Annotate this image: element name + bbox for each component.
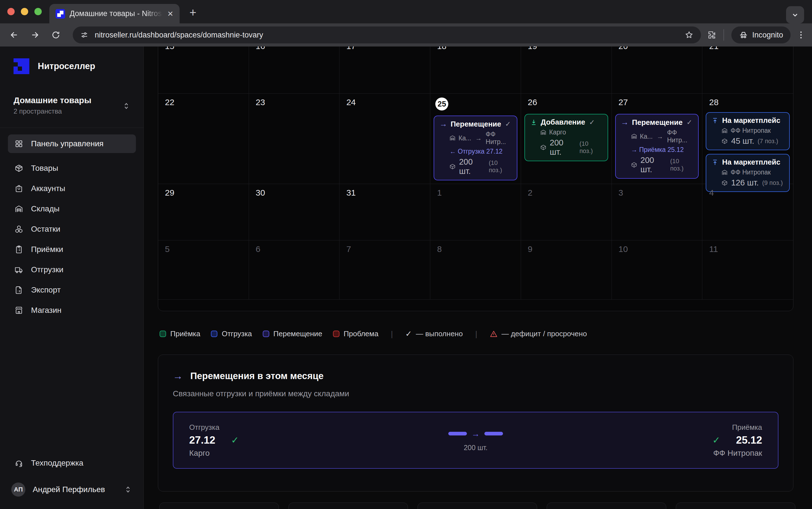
main-content: 15 16 17 18 19 20 21 22 23 24 25 →Переме…: [144, 0, 812, 509]
extensions-puzzle-icon[interactable]: [707, 30, 716, 39]
event-title: Добавление: [541, 118, 585, 127]
arrow-right-icon: →: [173, 370, 183, 382]
sidebar-item-shop[interactable]: Магазин: [8, 300, 136, 320]
tab-title: Домашние товары - Nitrosel: [70, 9, 163, 18]
close-window-button[interactable]: [7, 8, 15, 15]
tab-search-button[interactable]: [786, 6, 804, 23]
minimize-window-button[interactable]: [21, 8, 28, 15]
browser-menu-kebab-icon[interactable]: [796, 30, 806, 40]
calendar-day-cell[interactable]: 28 На маркетплейс ФФ Нитропак: [702, 94, 793, 184]
sidebar-item-products[interactable]: Товары: [8, 158, 136, 178]
linked-receiving-link[interactable]: → Приёмка 25.12: [631, 146, 693, 154]
calendar-day-cell[interactable]: 6: [249, 240, 340, 300]
user-menu[interactable]: АП Андрей Перфильев: [8, 478, 136, 501]
tab-close-icon[interactable]: ✕: [167, 10, 173, 18]
check-icon: ✓: [589, 118, 595, 126]
sidebar-item-accounts[interactable]: Аккаунты: [8, 178, 136, 199]
transfer-flow: → 200 шт.: [448, 429, 503, 452]
new-tab-button[interactable]: +: [190, 7, 196, 19]
check-icon: ✓: [405, 329, 412, 338]
flow-dash: [484, 432, 503, 435]
cubes-icon: [15, 225, 23, 233]
calendar-day-cell[interactable]: 23: [249, 94, 340, 184]
legend-deficit: — дефицит / просрочено: [490, 330, 587, 338]
check-icon: ✓: [712, 435, 720, 446]
calendar-day-cell[interactable]: 26 Добавление✓ Карго: [521, 94, 612, 184]
stat-card: [288, 503, 408, 509]
calendar-day-cell[interactable]: 10: [612, 240, 703, 300]
browser-chrome: Домашние товары - Nitrosel ✕ +: [0, 0, 812, 46]
shipment-color-chip: [211, 331, 217, 337]
calendar-day-cell[interactable]: 3: [612, 184, 703, 240]
legend-shipment: Отгрузка: [211, 330, 252, 338]
calendar-day-cell[interactable]: 22: [158, 94, 249, 184]
transfers-panel: → Перемещения в этом месяце Связанные от…: [158, 354, 793, 491]
toolbar-divider: [723, 29, 724, 41]
calendar-day-cell[interactable]: 30: [249, 184, 340, 240]
chevrons-up-down-icon: [124, 485, 132, 494]
shopping-bag-icon: [15, 184, 23, 193]
transfer-link-card[interactable]: Отгрузка 27.12✓ Карго → 200 шт. Приёмка …: [173, 412, 778, 469]
avatar: АП: [11, 482, 25, 497]
site-settings-icon: [80, 31, 89, 39]
event-quantity: 200 шт. (10 поз.): [449, 157, 512, 176]
forward-button[interactable]: [27, 27, 43, 43]
calendar-day-cell[interactable]: 24: [339, 94, 430, 184]
warehouse-icon: [631, 133, 637, 139]
check-icon: ✓: [686, 118, 692, 126]
linked-shipment-link[interactable]: ← Отгрузка 27.12: [449, 148, 512, 155]
maximize-window-button[interactable]: [34, 8, 42, 15]
warehouse-icon: [540, 129, 546, 136]
calendar-day-cell[interactable]: 4: [702, 184, 793, 240]
transfers-title: Перемещения в этом месяце: [190, 371, 324, 381]
reload-button[interactable]: [48, 27, 64, 43]
sidebar-item-dashboard[interactable]: Панель управления: [8, 134, 136, 153]
incognito-badge: Incognito: [732, 27, 790, 43]
box-icon: [631, 162, 637, 168]
stat-card: [547, 503, 666, 509]
calendar-day-cell[interactable]: 1: [430, 184, 521, 240]
sidebar-item-receivings[interactable]: Приёмки: [8, 239, 136, 260]
box-icon: [449, 164, 456, 170]
calendar-day-cell[interactable]: 31: [339, 184, 430, 240]
space-selector[interactable]: Домашние товары 2 пространства: [8, 94, 136, 120]
calendar-day-cell[interactable]: 7: [339, 240, 430, 300]
legend-done: ✓— выполнено: [405, 329, 463, 338]
calendar-day-cell-today[interactable]: 25 →Перемещение✓ Ка... → ФФ Нитр... ← От…: [430, 94, 521, 184]
dashboard-grid-icon: [15, 139, 23, 148]
sidebar-item-support[interactable]: Техподдержка: [8, 453, 136, 473]
stat-card: [676, 503, 795, 509]
browser-tab[interactable]: Домашние товары - Nitrosel ✕: [50, 4, 180, 23]
event-receiving[interactable]: Добавление✓ Карго 200 шт. (10 поз.): [524, 114, 608, 161]
calendar-day-cell[interactable]: 11: [702, 240, 793, 300]
sidebar-item-shipments[interactable]: Отгрузки: [8, 260, 136, 280]
document-icon: [15, 286, 23, 294]
calendar-day-cell[interactable]: 27 →Перемещение✓ Ка... → ФФ Нитр... → Пр…: [612, 94, 703, 184]
warehouse-icon: [15, 205, 23, 213]
calendar-day-cell[interactable]: 5: [158, 240, 249, 300]
flow-dash: [448, 432, 467, 435]
event-transfer-in[interactable]: →Перемещение✓ Ка... → ФФ Нитр... → Приём…: [615, 114, 699, 179]
calendar-day-cell[interactable]: 2: [521, 184, 612, 240]
event-transfer-out[interactable]: →Перемещение✓ Ка... → ФФ Нитр... ← Отгру…: [434, 115, 517, 180]
event-shipment-marketplace[interactable]: На маркетплейс ФФ Нитропак 45 шт. (7 поз…: [706, 112, 790, 150]
window-controls[interactable]: [7, 8, 42, 15]
bookmark-star-icon[interactable]: [685, 30, 693, 39]
sidebar-item-export[interactable]: Экспорт: [8, 280, 136, 300]
event-quantity: 200 шт. (10 поз.): [631, 156, 693, 174]
calendar-day-cell[interactable]: 8: [430, 240, 521, 300]
tab-strip: Домашние товары - Nitrosel ✕ +: [0, 0, 812, 23]
calendar-day-cell[interactable]: 29: [158, 184, 249, 240]
back-button[interactable]: [6, 27, 22, 43]
sidebar-item-stock[interactable]: Остатки: [8, 219, 136, 239]
event-route: Ка... → ФФ Нитр...: [631, 129, 693, 144]
url-bar[interactable]: nitroseller.ru/dashboard/spaces/domashni…: [73, 27, 701, 43]
sidebar-item-warehouses[interactable]: Склады: [8, 199, 136, 219]
browser-toolbar: nitroseller.ru/dashboard/spaces/domashni…: [0, 23, 812, 46]
sidebar-nav: Товары Аккаунты Склады Остатки Приёмки О…: [8, 158, 136, 320]
incognito-label: Incognito: [752, 31, 783, 39]
arrow-up-from-line-icon: [711, 159, 719, 166]
calendar-day-cell[interactable]: 9: [521, 240, 612, 300]
arrow-right-icon: →: [657, 133, 663, 140]
clipboard-icon: [15, 245, 23, 253]
